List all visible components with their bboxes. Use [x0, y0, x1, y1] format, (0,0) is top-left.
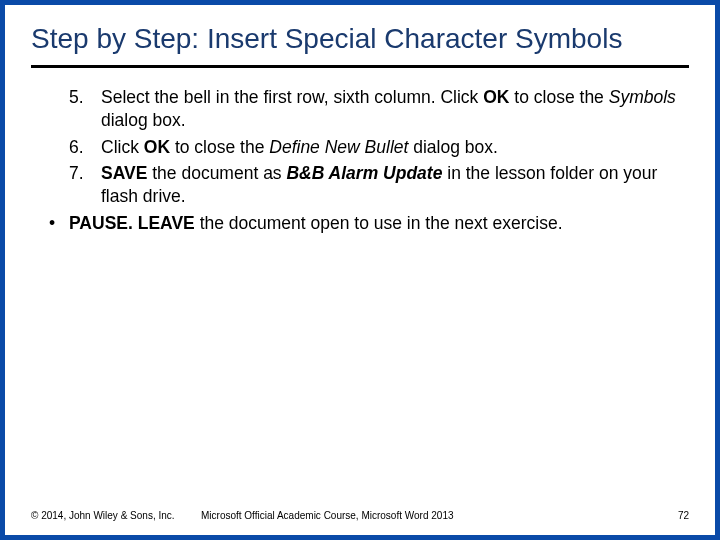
footer: © 2014, John Wiley & Sons, Inc. Microsof… — [31, 510, 689, 521]
step-item: 6. Click OK to close the Define New Bull… — [31, 136, 689, 159]
slide: Step by Step: Insert Special Character S… — [5, 5, 715, 535]
step-item: 5. Select the bell in the first row, six… — [31, 86, 689, 132]
bullet-item: • PAUSE. LEAVE the document open to use … — [31, 212, 689, 235]
footer-course: Microsoft Official Academic Course, Micr… — [201, 510, 678, 521]
step-number: 6. — [69, 136, 101, 159]
step-item: 7. SAVE the document as B&B Alarm Update… — [31, 162, 689, 208]
step-number: 7. — [69, 162, 101, 208]
step-number: 5. — [69, 86, 101, 132]
bullet-mark: • — [49, 212, 69, 235]
step-text: Click OK to close the Define New Bullet … — [101, 136, 689, 159]
footer-page-number: 72 — [678, 510, 689, 521]
bullet-text: PAUSE. LEAVE the document open to use in… — [69, 212, 689, 235]
step-text: Select the bell in the first row, sixth … — [101, 86, 689, 132]
footer-copyright: © 2014, John Wiley & Sons, Inc. — [31, 510, 201, 521]
content-body: 5. Select the bell in the first row, six… — [31, 86, 689, 235]
step-text: SAVE the document as B&B Alarm Update in… — [101, 162, 689, 208]
page-title: Step by Step: Insert Special Character S… — [31, 23, 689, 68]
